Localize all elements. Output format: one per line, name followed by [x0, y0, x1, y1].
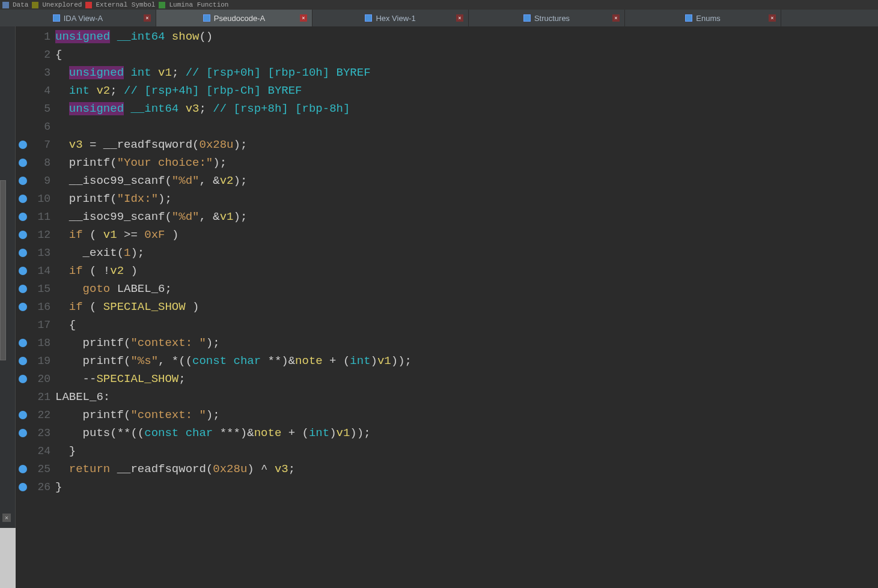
tab-icon: [523, 14, 531, 22]
breakpoint-gutter[interactable]: [16, 483, 30, 491]
code-text[interactable]: _exit(1);: [55, 244, 144, 262]
code-text[interactable]: printf("context: ");: [55, 334, 220, 352]
code-line[interactable]: 16 if ( SPECIAL_SHOW ): [16, 298, 878, 316]
code-text[interactable]: puts(**((const char ***)&note + (int)v1)…: [55, 424, 371, 442]
breakpoint-dot-icon[interactable]: [19, 159, 27, 167]
code-text[interactable]: int v2; // [rsp+4h] [rbp-Ch] BYREF: [55, 82, 302, 100]
breakpoint-gutter[interactable]: [16, 303, 30, 311]
tab-enums[interactable]: Enums×: [625, 10, 781, 26]
close-icon[interactable]: ✕: [2, 514, 11, 522]
code-line[interactable]: 19 printf("%s", *((const char **)&note +…: [16, 352, 878, 370]
code-text[interactable]: {: [55, 46, 62, 64]
breakpoint-dot-icon[interactable]: [19, 375, 27, 383]
breakpoint-gutter[interactable]: [16, 411, 30, 419]
code-text[interactable]: }: [55, 442, 76, 460]
breakpoint-gutter[interactable]: [16, 231, 30, 239]
code-text[interactable]: unsigned int v1; // [rsp+0h] [rbp-10h] B…: [55, 64, 371, 82]
code-text[interactable]: __isoc99_scanf("%d", &v2);: [55, 172, 247, 190]
code-text[interactable]: --SPECIAL_SHOW;: [55, 370, 186, 388]
tab-close-icon[interactable]: ×: [144, 14, 151, 22]
code-line[interactable]: 5 unsigned __int64 v3; // [rsp+8h] [rbp-…: [16, 100, 878, 118]
code-line[interactable]: 22 printf("context: ");: [16, 406, 878, 424]
code-line[interactable]: 15 goto LABEL_6;: [16, 280, 878, 298]
breakpoint-dot-icon[interactable]: [19, 213, 27, 221]
code-line[interactable]: 13 _exit(1);: [16, 244, 878, 262]
legend-swatch: [85, 2, 92, 8]
breakpoint-gutter[interactable]: [16, 267, 30, 275]
code-line[interactable]: 17 {: [16, 316, 878, 334]
tab-hex-view-1[interactable]: Hex View-1×: [312, 10, 469, 26]
code-line[interactable]: 26}: [16, 478, 878, 496]
code-line[interactable]: 24 }: [16, 442, 878, 460]
code-line[interactable]: 7 v3 = __readfsqword(0x28u);: [16, 136, 878, 154]
code-text[interactable]: __isoc99_scanf("%d", &v1);: [55, 208, 247, 226]
code-text[interactable]: v3 = __readfsqword(0x28u);: [55, 136, 247, 154]
code-line[interactable]: 2{: [16, 46, 878, 64]
code-text[interactable]: }: [55, 478, 62, 496]
code-text[interactable]: if ( v1 >= 0xF ): [55, 226, 178, 244]
breakpoint-gutter[interactable]: [16, 249, 30, 257]
breakpoint-gutter[interactable]: [16, 465, 30, 473]
code-line[interactable]: 6: [16, 118, 878, 136]
code-line[interactable]: 12 if ( v1 >= 0xF ): [16, 226, 878, 244]
code-text[interactable]: printf("%s", *((const char **)&note + (i…: [55, 352, 412, 370]
code-line[interactable]: 25 return __readfsqword(0x28u) ^ v3;: [16, 460, 878, 478]
code-text[interactable]: return __readfsqword(0x28u) ^ v3;: [55, 460, 295, 478]
breakpoint-gutter[interactable]: [16, 159, 30, 167]
breakpoint-gutter[interactable]: [16, 429, 30, 437]
code-line[interactable]: 20 --SPECIAL_SHOW;: [16, 370, 878, 388]
tab-ida-view-a[interactable]: IDA View-A×: [0, 10, 156, 26]
tab-close-icon[interactable]: ×: [612, 14, 620, 22]
code-text[interactable]: if ( SPECIAL_SHOW ): [55, 298, 199, 316]
breakpoint-dot-icon[interactable]: [19, 483, 27, 491]
code-line[interactable]: 11 __isoc99_scanf("%d", &v1);: [16, 208, 878, 226]
code-line[interactable]: 8 printf("Your choice:");: [16, 154, 878, 172]
code-line[interactable]: 4 int v2; // [rsp+4h] [rbp-Ch] BYREF: [16, 82, 878, 100]
code-text[interactable]: printf("Your choice:");: [55, 154, 227, 172]
breakpoint-dot-icon[interactable]: [19, 429, 27, 437]
tab-close-icon[interactable]: ×: [300, 14, 307, 22]
code-line[interactable]: 21LABEL_6:: [16, 388, 878, 406]
code-line[interactable]: 9 __isoc99_scanf("%d", &v2);: [16, 172, 878, 190]
breakpoint-gutter[interactable]: [16, 177, 30, 185]
breakpoint-dot-icon[interactable]: [19, 303, 27, 311]
code-text[interactable]: goto LABEL_6;: [55, 280, 172, 298]
code-text[interactable]: printf("Idx:");: [55, 190, 172, 208]
breakpoint-gutter[interactable]: [16, 213, 30, 221]
breakpoint-dot-icon[interactable]: [19, 285, 27, 293]
code-line[interactable]: 10 printf("Idx:");: [16, 190, 878, 208]
breakpoint-dot-icon[interactable]: [19, 141, 27, 149]
tab-close-icon[interactable]: ×: [456, 14, 463, 22]
breakpoint-gutter[interactable]: [16, 357, 30, 365]
code-text[interactable]: {: [55, 316, 76, 334]
code-line[interactable]: 1unsigned __int64 show(): [16, 28, 878, 46]
scrollbar[interactable]: [0, 180, 6, 360]
code-line[interactable]: 18 printf("context: ");: [16, 334, 878, 352]
breakpoint-gutter[interactable]: [16, 195, 30, 203]
tab-structures[interactable]: Structures×: [469, 10, 625, 26]
code-text[interactable]: printf("context: ");: [55, 406, 220, 424]
breakpoint-dot-icon[interactable]: [19, 267, 27, 275]
breakpoint-dot-icon[interactable]: [19, 357, 27, 365]
breakpoint-dot-icon[interactable]: [19, 249, 27, 257]
breakpoint-gutter[interactable]: [16, 339, 30, 347]
code-text[interactable]: LABEL_6:: [55, 388, 110, 406]
code-line[interactable]: 23 puts(**((const char ***)&note + (int)…: [16, 424, 878, 442]
code-text[interactable]: unsigned __int64 v3; // [rsp+8h] [rbp-8h…: [55, 100, 350, 118]
code-line[interactable]: 3 unsigned int v1; // [rsp+0h] [rbp-10h]…: [16, 64, 878, 82]
breakpoint-gutter[interactable]: [16, 375, 30, 383]
code-text[interactable]: if ( !v2 ): [55, 262, 138, 280]
breakpoint-dot-icon[interactable]: [19, 231, 27, 239]
code-text[interactable]: unsigned __int64 show(): [55, 28, 213, 46]
breakpoint-dot-icon[interactable]: [19, 411, 27, 419]
tab-close-icon[interactable]: ×: [769, 14, 776, 22]
breakpoint-dot-icon[interactable]: [19, 339, 27, 347]
breakpoint-gutter[interactable]: [16, 285, 30, 293]
code-line[interactable]: 14 if ( !v2 ): [16, 262, 878, 280]
breakpoint-gutter[interactable]: [16, 141, 30, 149]
pseudocode-view[interactable]: 1unsigned __int64 show()2{3 unsigned int…: [16, 26, 878, 588]
breakpoint-dot-icon[interactable]: [19, 465, 27, 473]
breakpoint-dot-icon[interactable]: [19, 177, 27, 185]
breakpoint-dot-icon[interactable]: [19, 195, 27, 203]
tab-pseudocode-a[interactable]: Pseudocode-A×: [156, 10, 312, 26]
